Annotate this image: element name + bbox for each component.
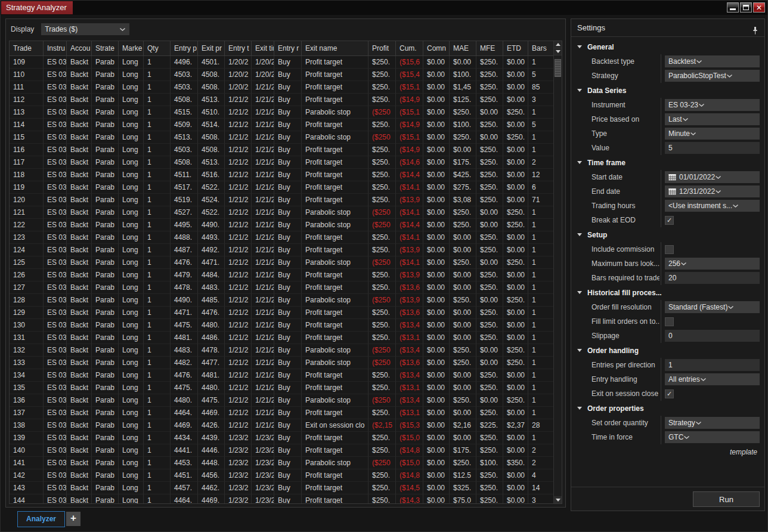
table-row-trade-112[interactable]: 112ES 03BacktParabLong14508.4513.1/21/21… bbox=[10, 94, 553, 106]
cell-marke: Long bbox=[119, 131, 144, 144]
table-row-trade-141[interactable]: 141ES 03BacktParabLong14453.4448.1/23/21… bbox=[10, 457, 553, 469]
table-row-trade-136[interactable]: 136ES 03BacktParabLong14480.4475.1/21/21… bbox=[10, 394, 553, 407]
column-header-comn[interactable]: Comn bbox=[423, 41, 450, 56]
section-header-order-handling[interactable]: Order handling bbox=[571, 343, 764, 358]
price-based-on-dropdown[interactable]: Last bbox=[665, 113, 760, 125]
table-row-trade-110[interactable]: 110ES 03BacktParabLong14503.4508.1/20/21… bbox=[10, 69, 553, 81]
column-header-exit-pr[interactable]: Exit pr bbox=[198, 41, 225, 56]
run-button[interactable]: Run bbox=[693, 491, 760, 507]
table-row-trade-137[interactable]: 137ES 03BacktParabLong14464.4469.1/21/21… bbox=[10, 407, 553, 419]
column-header-instru[interactable]: Instru bbox=[44, 41, 67, 56]
section-header-data-series[interactable]: Data Series bbox=[571, 83, 764, 98]
column-header-exit-tir[interactable]: Exit tir bbox=[252, 41, 274, 56]
maximum-bars-look-dropdown[interactable]: 256 bbox=[665, 258, 760, 270]
scroll-up-button[interactable] bbox=[554, 41, 562, 48]
scrollbar-thumb[interactable] bbox=[555, 59, 561, 77]
exit-on-session-close-checkbox[interactable]: ✓ bbox=[665, 389, 674, 398]
table-row-trade-119[interactable]: 119ES 03BacktParabLong14517.4522.1/21/21… bbox=[10, 181, 553, 194]
table-row-trade-129[interactable]: 129ES 03BacktParabLong14471.4476.1/21/21… bbox=[10, 307, 553, 319]
column-header-entry-p[interactable]: Entry p bbox=[171, 41, 198, 56]
break-at-eod-checkbox[interactable]: ✓ bbox=[665, 216, 674, 225]
column-header-marke[interactable]: Marke bbox=[119, 41, 144, 56]
table-row-trade-118[interactable]: 118ES 03BacktParabLong14511.4516.1/21/21… bbox=[10, 169, 553, 181]
scroll-down-button[interactable] bbox=[554, 48, 562, 55]
section-header-order-properties[interactable]: Order properties bbox=[571, 401, 764, 416]
type-dropdown[interactable]: Minute bbox=[665, 128, 760, 140]
column-header-profit[interactable]: Profit bbox=[368, 41, 396, 56]
fill-limit-orders-on-to-checkbox[interactable] bbox=[665, 317, 674, 326]
column-header-accou[interactable]: Accou bbox=[67, 41, 92, 56]
table-row-trade-109[interactable]: 109ES 03BacktParabLong14496.4501.1/20/21… bbox=[10, 56, 553, 69]
end-date-datepicker[interactable]: 12/31/2022 bbox=[665, 185, 760, 197]
close-button[interactable]: ✕ bbox=[753, 2, 765, 13]
column-header-exit-name[interactable]: Exit name bbox=[302, 41, 368, 56]
table-row-trade-115[interactable]: 115ES 03BacktParabLong14513.4508.1/21/21… bbox=[10, 131, 553, 144]
strategy-dropdown[interactable]: ParabolicStopTest bbox=[665, 70, 760, 82]
table-row-trade-133[interactable]: 133ES 03BacktParabLong14482.4477.1/21/21… bbox=[10, 357, 553, 369]
table-row-trade-135[interactable]: 135ES 03BacktParabLong14475.4480.1/21/21… bbox=[10, 382, 553, 394]
backtest-type-dropdown[interactable]: Backtest bbox=[665, 55, 760, 67]
column-header-entry-t[interactable]: Entry t bbox=[225, 41, 252, 56]
slippage-input[interactable]: 0 bbox=[665, 330, 760, 342]
order-fill-resolution-dropdown[interactable]: Standard (Fastest) bbox=[665, 301, 760, 313]
table-row-trade-123[interactable]: 123ES 03BacktParabLong14488.4493.1/21/21… bbox=[10, 231, 553, 244]
template-link[interactable]: template bbox=[730, 448, 757, 456]
value-input[interactable]: 5 bbox=[665, 142, 760, 154]
table-row-trade-124[interactable]: 124ES 03BacktParabLong14487.4492.1/21/21… bbox=[10, 244, 553, 256]
table-row-trade-143[interactable]: 143ES 03BacktParabLong14457.4462.1/23/21… bbox=[10, 482, 553, 494]
entries-per-direction-input[interactable]: 1 bbox=[665, 359, 760, 371]
table-row-trade-111[interactable]: 111ES 03BacktParabLong14503.4508.1/20/21… bbox=[10, 81, 553, 94]
table-row-trade-130[interactable]: 130ES 03BacktParabLong14475.4480.1/21/21… bbox=[10, 319, 553, 332]
time-in-force-dropdown[interactable]: GTC bbox=[665, 431, 760, 443]
table-row-trade-144[interactable]: 144ES 03BacktParabLong14464.4469.1/23/21… bbox=[10, 494, 553, 503]
table-row-trade-122[interactable]: 122ES 03BacktParabLong14495.4490.1/21/21… bbox=[10, 219, 553, 231]
tab-analyzer[interactable]: Analyzer bbox=[17, 511, 65, 527]
table-row-trade-132[interactable]: 132ES 03BacktParabLong14483.4478.1/21/21… bbox=[10, 344, 553, 357]
column-header-etd[interactable]: ETD bbox=[503, 41, 528, 56]
column-header-bars[interactable]: Bars bbox=[528, 41, 555, 56]
section-header-general[interactable]: General bbox=[571, 39, 764, 54]
table-row-trade-131[interactable]: 131ES 03BacktParabLong14481.4486.1/21/21… bbox=[10, 332, 553, 344]
table-row-trade-116[interactable]: 116ES 03BacktParabLong14503.4508.1/21/21… bbox=[10, 144, 553, 156]
section-header-time-frame[interactable]: Time frame bbox=[571, 155, 764, 170]
display-dropdown[interactable]: Trades ($) bbox=[41, 23, 129, 35]
table-row-trade-140[interactable]: 140ES 03BacktParabLong14441.4446.1/23/21… bbox=[10, 444, 553, 457]
table-row-trade-120[interactable]: 120ES 03BacktParabLong14519.4524.1/21/21… bbox=[10, 194, 553, 206]
table-row-trade-142[interactable]: 142ES 03BacktParabLong14451.4456.1/23/21… bbox=[10, 469, 553, 482]
scroll-bottom-button[interactable] bbox=[554, 496, 562, 503]
table-row-trade-114[interactable]: 114ES 03BacktParabLong14509.4514.1/21/21… bbox=[10, 119, 553, 131]
instrument-dropdown[interactable]: ES 03-23 bbox=[665, 99, 760, 111]
vertical-scrollbar[interactable] bbox=[553, 41, 562, 503]
cell-profit: $250. bbox=[368, 369, 396, 382]
trading-hours-dropdown[interactable]: <Use instrument s... bbox=[665, 200, 760, 212]
table-row-trade-127[interactable]: 127ES 03BacktParabLong14478.4483.1/21/21… bbox=[10, 282, 553, 294]
column-header-qty[interactable]: Qty bbox=[144, 41, 171, 56]
column-header-mfe[interactable]: MFE bbox=[476, 41, 503, 56]
cell-marke: Long bbox=[119, 344, 144, 357]
table-row-trade-125[interactable]: 125ES 03BacktParabLong14476.4471.1/21/21… bbox=[10, 256, 553, 269]
table-row-trade-139[interactable]: 139ES 03BacktParabLong14434.4439.1/23/21… bbox=[10, 432, 553, 444]
column-header-strate[interactable]: Strate bbox=[92, 41, 119, 56]
table-row-trade-138[interactable]: 138ES 03BacktParabLong14469.4426.1/21/21… bbox=[10, 419, 553, 432]
table-row-trade-126[interactable]: 126ES 03BacktParabLong14479.4484.1/21/21… bbox=[10, 269, 553, 282]
table-row-trade-128[interactable]: 128ES 03BacktParabLong14490.4485.1/21/21… bbox=[10, 294, 553, 307]
table-row-trade-117[interactable]: 117ES 03BacktParabLong14508.4513.1/21/21… bbox=[10, 156, 553, 169]
column-header-cum[interactable]: Cum. bbox=[396, 41, 423, 56]
table-row-trade-113[interactable]: 113ES 03BacktParabLong14515.4510.1/21/21… bbox=[10, 106, 553, 119]
minimize-button[interactable] bbox=[727, 2, 739, 13]
add-tab-button[interactable]: + bbox=[66, 512, 80, 526]
entry-handling-dropdown[interactable]: All entries bbox=[665, 373, 760, 385]
set-order-quantity-dropdown[interactable]: Strategy bbox=[665, 417, 760, 429]
pin-icon[interactable] bbox=[752, 24, 758, 41]
section-header-historical-fill-proces[interactable]: Historical fill proces... bbox=[571, 285, 764, 300]
column-header-mae[interactable]: MAE bbox=[450, 41, 476, 56]
maximize-button[interactable] bbox=[740, 2, 752, 13]
column-header-trade[interactable]: Trade bbox=[10, 41, 44, 56]
table-row-trade-134[interactable]: 134ES 03BacktParabLong14476.4481.1/21/21… bbox=[10, 369, 553, 382]
start-date-datepicker[interactable]: 01/01/2022 bbox=[665, 171, 760, 183]
table-row-trade-121[interactable]: 121ES 03BacktParabLong14527.4522.1/21/21… bbox=[10, 206, 553, 219]
column-header-entry-r[interactable]: Entry r bbox=[274, 41, 302, 56]
section-header-setup[interactable]: Setup bbox=[571, 227, 764, 242]
include-commission-checkbox[interactable] bbox=[665, 245, 674, 254]
bars-required-to-trade-input[interactable]: 20 bbox=[665, 272, 760, 284]
